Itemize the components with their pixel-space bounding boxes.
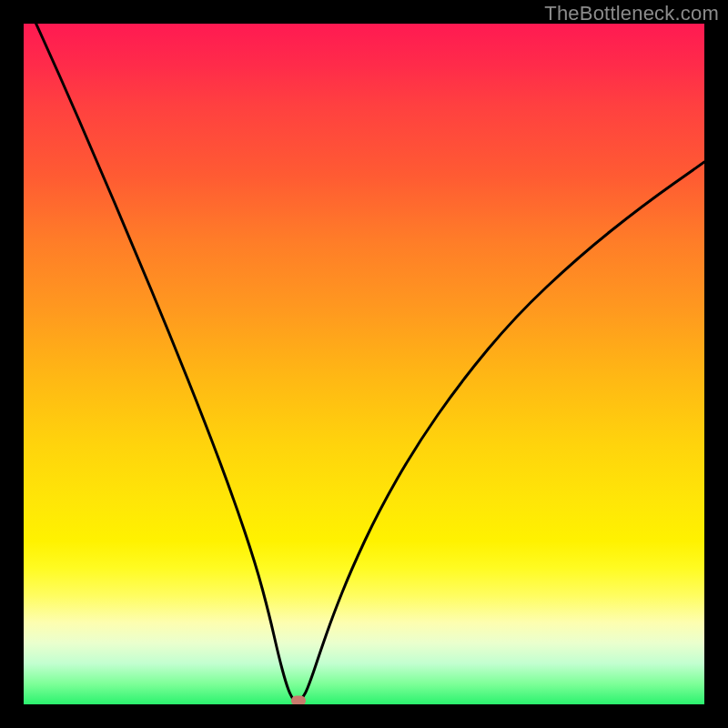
bottleneck-curve (24, 24, 704, 702)
watermark-text: TheBottleneck.com (544, 2, 719, 25)
bottleneck-point-marker (291, 696, 306, 705)
chart-area (24, 24, 704, 704)
curve-svg (24, 24, 704, 704)
